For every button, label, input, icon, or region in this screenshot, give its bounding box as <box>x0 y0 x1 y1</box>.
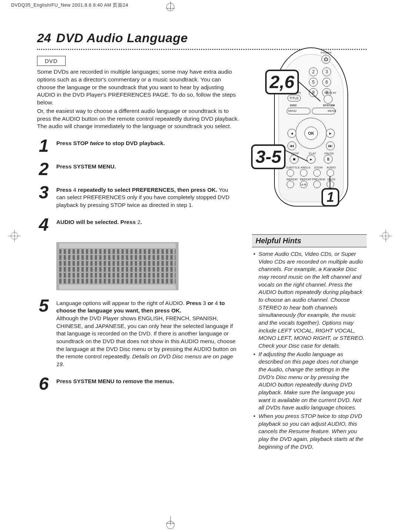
preview-button <box>313 181 321 188</box>
callout-3-5: 3-5 <box>251 144 286 169</box>
menu-label-left: MENU <box>288 109 297 113</box>
skip-prev-icon: ⏮ <box>287 141 296 150</box>
menu-screenshot <box>56 242 179 290</box>
power-button: ⏻ <box>321 55 330 64</box>
num-3-button: 3 <box>322 67 331 76</box>
step-number-2: 2 <box>37 162 50 177</box>
power-label: POWER <box>321 51 331 54</box>
title-button: TITLE <box>287 95 301 101</box>
hint-1: Some Audio CDs, Video CDs, or Super Vide… <box>259 250 365 350</box>
crop-circle-bottom <box>166 521 174 529</box>
step-number-6: 6 <box>37 377 50 392</box>
play-button: ▸ <box>307 155 316 164</box>
step-number-1: 1 <box>37 138 50 154</box>
crop-mark-right <box>379 230 392 242</box>
subtitle-button <box>287 169 294 177</box>
mute-button <box>327 181 334 188</box>
intro-para-2: Or, the easiest way to choose a differen… <box>37 107 241 130</box>
callout-line-bot <box>330 176 330 189</box>
repeat-ab-button: A-B <box>300 181 307 188</box>
system-label: SYSTEM <box>323 104 335 107</box>
hints-title: Helpful Hints <box>252 234 367 247</box>
step-body-4: AUDIO will be selected. Press 2. <box>56 217 142 232</box>
repeat-label: REPEAT <box>287 178 298 181</box>
callout-2-6: 2,6 <box>265 70 299 94</box>
intro-para-1: Some DVDs are recorded in multiple langu… <box>37 68 241 107</box>
nav-right-icon: ▸ <box>326 129 335 138</box>
remote-illustration: POWER ⏻ 2 3 5 6 8 9 RETURN DISPLAY TITLE… <box>256 47 367 207</box>
step-body-5: Language options will appear to the righ… <box>56 298 237 368</box>
angle-button <box>300 169 307 177</box>
audio-button <box>327 169 334 177</box>
num-5-button: 5 <box>309 78 318 87</box>
step-number-3: 3 <box>37 185 50 200</box>
repeat-ab-label: REPEAT <box>300 178 311 181</box>
hint-3: When you press STOP twice to stop DVD pl… <box>259 412 365 451</box>
angle-label: ANGLE <box>301 166 310 169</box>
print-header: DVDQ35_EnglishIFU_New 2001.8.6 8:40 AM 页… <box>11 2 128 9</box>
hints-body: •Some Audio CDs, Video CDs, or Super Vid… <box>252 247 367 451</box>
pause-button: ⏸ <box>324 155 333 164</box>
zoom-button <box>313 169 321 177</box>
disc-label: DISC <box>290 104 297 107</box>
step-body-1: Press STOP twice to stop DVD playback. <box>56 138 165 147</box>
zoom-label: ZOOM <box>314 166 323 169</box>
callout-1: 1 <box>321 188 339 207</box>
audio-label: AUDIO <box>327 166 336 169</box>
subtitle-label: SUBTITLE <box>286 166 300 169</box>
page-title: DVD Audio Language <box>56 31 188 45</box>
menu-label-right: MENU <box>328 109 336 113</box>
num-2-button: 2 <box>309 67 318 76</box>
hint-2: If adjusting the Audio language as descr… <box>259 351 365 412</box>
preview-label: PREVIEW <box>312 178 325 181</box>
dvd-badge: DVD <box>37 56 66 66</box>
step-body-6: Press SYSTEM MENU to remove the menus. <box>56 377 174 385</box>
num-6-button: 6 <box>322 78 331 87</box>
crop-circle-top <box>166 3 174 11</box>
display-label: DISPLAY <box>324 91 337 94</box>
skip-next-icon: ⏭ <box>326 141 335 150</box>
nav-left-icon: ◂ <box>287 129 296 138</box>
step-number-4: 4 <box>37 217 50 232</box>
step-number-5: 5 <box>37 298 50 314</box>
ok-button: OK <box>304 127 318 140</box>
display-button <box>324 95 333 104</box>
step-body-2: Press SYSTEM MENU. <box>56 162 116 171</box>
step-body-3: Press 4 repeatedly to select PREFERENCES… <box>56 185 237 209</box>
page-number: 24 <box>37 31 51 45</box>
crop-mark-left <box>8 230 21 242</box>
repeat-button <box>287 181 294 188</box>
